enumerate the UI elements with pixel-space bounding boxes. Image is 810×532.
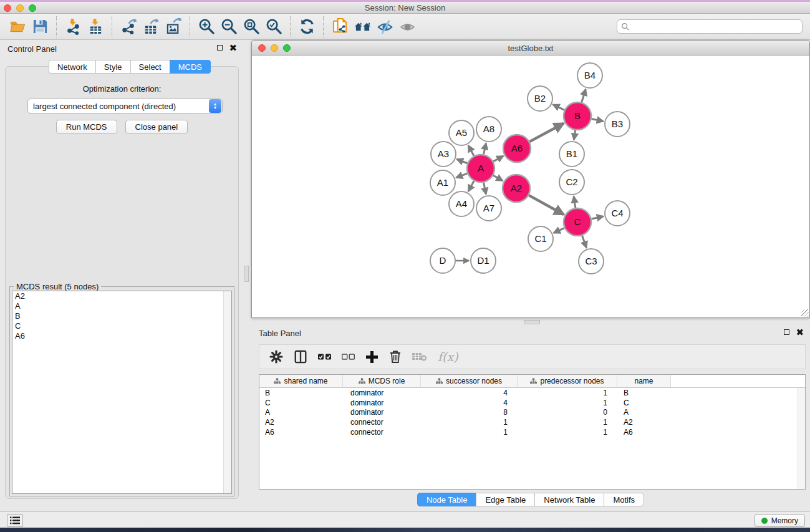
table-scrollbar[interactable] (798, 388, 805, 489)
graph-edge-A-A6[interactable] (493, 156, 503, 162)
task-history-button[interactable] (7, 514, 23, 527)
desktop-strip-bottom (0, 528, 810, 532)
table-row-C[interactable]: Cdominator41C (259, 398, 805, 408)
close-table-panel-icon[interactable]: ✖ (796, 329, 804, 336)
tab-style[interactable]: Style (95, 60, 130, 74)
table-cell: A2 (617, 418, 671, 427)
search-field[interactable] (617, 19, 803, 34)
column-header-name[interactable]: name (617, 375, 671, 388)
graph-edge-C-C1[interactable] (554, 228, 564, 233)
column-header-MCDS-role[interactable]: MCDS role (343, 375, 421, 388)
tab-select[interactable]: Select (130, 60, 170, 74)
tab-node-table[interactable]: Node Table (417, 493, 476, 506)
toolbar-separator (290, 16, 291, 37)
close-panel-button[interactable]: Close panel (125, 120, 188, 134)
delete-table-icon (412, 352, 427, 362)
graph-edge-A-A4[interactable] (468, 181, 474, 191)
column-header-predecessor-nodes[interactable]: predecessor nodes (518, 375, 617, 388)
create-column-plus-icon[interactable] (365, 351, 378, 364)
table-settings-gear-icon[interactable] (269, 350, 283, 364)
graph-edge-A-A7[interactable] (484, 183, 486, 195)
node-table[interactable]: shared nameMCDS rolesuccessor nodesprede… (259, 374, 806, 490)
graph-edge-A-A1[interactable] (456, 173, 468, 178)
horizontal-splitter-handle[interactable] (524, 320, 540, 324)
deselect-all-checkboxes-icon[interactable] (342, 353, 355, 360)
table-cell: C (617, 399, 671, 407)
zoom-out-icon[interactable] (218, 16, 240, 37)
export-network-icon[interactable] (117, 16, 140, 37)
graph-edge-A-A8[interactable] (484, 143, 486, 155)
graph-node-label-C2: C2 (566, 177, 577, 187)
tab-motifs[interactable]: Motifs (604, 493, 644, 506)
table-row-A[interactable]: Adominator80A (259, 408, 805, 418)
table-row-B[interactable]: Bdominator41B (259, 388, 805, 398)
table-cell: A (259, 408, 343, 417)
graph-edge-A6-B[interactable] (529, 123, 564, 142)
table-row-A2[interactable]: A2connector11A2 (259, 417, 805, 427)
graph-edge-C-C2[interactable] (574, 196, 576, 208)
show-columns-icon[interactable] (294, 350, 307, 364)
graph-node-label-A2: A2 (511, 183, 522, 193)
column-header-shared-name[interactable]: shared name (259, 375, 343, 388)
control-panel-header: Control Panel ✖ (0, 40, 243, 56)
first-neighbors-icon[interactable] (351, 16, 374, 37)
graph-node-label-B2: B2 (534, 93, 546, 104)
graph-edge-C-C3[interactable] (582, 236, 587, 248)
criterion-dropdown[interactable]: largest connected component (directed) ▲… (27, 99, 223, 114)
graph-edge-B-B1[interactable] (574, 130, 575, 140)
zoom-selected-icon[interactable] (263, 16, 285, 37)
graph-edge-B-B3[interactable] (592, 119, 604, 122)
tab-edge-table[interactable]: Edge Table (476, 493, 534, 506)
graph-node-label-A7: A7 (483, 203, 494, 213)
graph-edge-A-A5[interactable] (468, 145, 474, 156)
zoom-in-icon[interactable] (195, 16, 218, 37)
control-panel: Control Panel ✖ Network Style Select MCD… (0, 40, 243, 506)
new-network-from-selection-icon[interactable] (329, 16, 351, 37)
graph-edge-B-B2[interactable] (553, 105, 564, 110)
apply-preferred-layout-icon[interactable] (296, 16, 318, 37)
network-canvas[interactable]: B4B2BB3A5A8A6B1A3AC2A1A2A4A7C4CC1C3DD1 (252, 56, 809, 317)
run-mcds-button[interactable]: Run MCDS (56, 120, 117, 134)
mcds-result-list[interactable]: A2ABCA6 (12, 291, 232, 494)
window-resize-grip[interactable] (801, 309, 809, 317)
graph-node-label-A8: A8 (483, 123, 494, 134)
save-session-icon[interactable] (29, 16, 51, 37)
import-network-icon[interactable] (62, 16, 84, 37)
graph-node-label-B: B (574, 110, 581, 121)
column-type-icon (436, 378, 443, 384)
graph-edge-C-C4[interactable] (591, 216, 603, 219)
export-table-icon[interactable] (140, 16, 162, 37)
table-cell: 8 (421, 408, 518, 417)
show-all-icon[interactable] (396, 16, 418, 37)
tab-mcds[interactable]: MCDS (170, 60, 211, 74)
memory-button[interactable]: Memory (755, 514, 805, 527)
delete-column-trash-icon[interactable] (389, 350, 402, 364)
graph-node-label-C: C (574, 216, 581, 227)
column-header-successor-nodes[interactable]: successor nodes (421, 375, 518, 388)
float-panel-icon[interactable] (217, 45, 223, 51)
vertical-splitter-handle[interactable] (244, 266, 249, 282)
graph-edge-A-A3[interactable] (456, 159, 467, 163)
zoom-fit-icon[interactable] (240, 16, 263, 37)
control-panel-tabs: Network Style Select MCDS (49, 60, 211, 74)
graph-node-label-A4: A4 (456, 198, 467, 209)
result-list-scrollbar[interactable] (223, 291, 231, 493)
export-image-icon[interactable] (162, 16, 185, 37)
tab-network[interactable]: Network (49, 60, 95, 74)
close-panel-icon[interactable]: ✖ (229, 44, 237, 51)
table-cell: A2 (259, 418, 343, 427)
graph-edge-A-A2[interactable] (493, 175, 503, 181)
open-session-icon[interactable] (6, 16, 29, 37)
table-header-row: shared nameMCDS rolesuccessor nodesprede… (259, 375, 805, 388)
select-all-checkboxes-icon[interactable] (318, 353, 331, 360)
tab-network-table[interactable]: Network Table (534, 493, 604, 506)
toolbar-separator (112, 16, 112, 37)
table-row-A6[interactable]: A6connector11A6 (259, 427, 805, 437)
graph-edge-B-B4[interactable] (582, 89, 586, 102)
graph-edge-A2-C[interactable] (529, 195, 564, 215)
float-table-panel-icon[interactable] (784, 329, 789, 335)
import-table-icon[interactable] (84, 16, 107, 37)
network-window-titlebar[interactable]: testGlobe.txt (252, 41, 809, 56)
hide-selected-icon[interactable] (374, 16, 396, 37)
search-input[interactable] (629, 22, 798, 31)
